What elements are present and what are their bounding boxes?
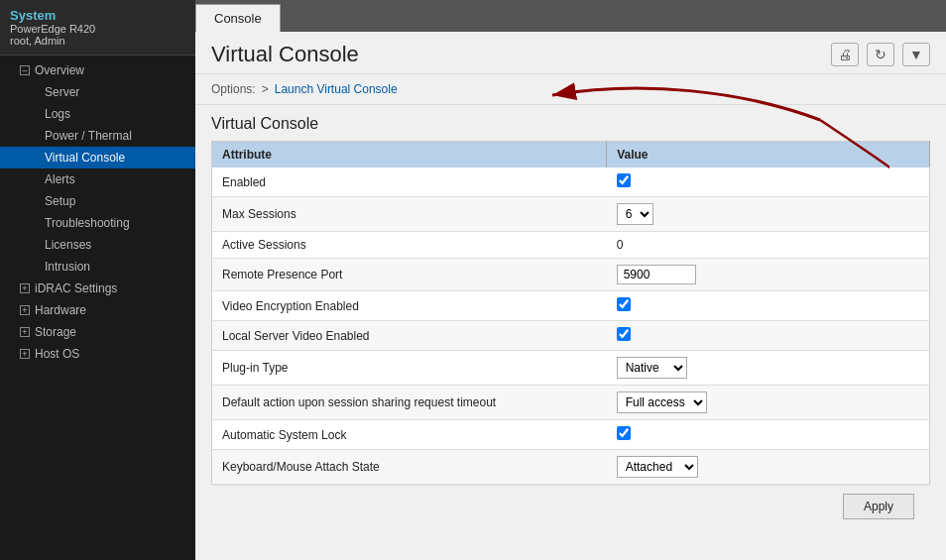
row-value-max-sessions[interactable]: 123456: [607, 197, 930, 232]
vc-table-body: EnabledMax Sessions123456Active Sessions…: [212, 168, 930, 485]
system-model: PowerEdge R420: [10, 23, 185, 35]
sidebar-item-label: Alerts: [45, 172, 75, 186]
launch-virtual-console-link[interactable]: Launch Virtual Console: [275, 82, 398, 96]
system-user: root, Admin: [10, 35, 185, 47]
sidebar-item-label: Licenses: [45, 238, 91, 252]
sidebar-item-overview[interactable]: –Overview: [0, 59, 195, 81]
row-label-remote-presence-port: Remote Presence Port: [212, 259, 607, 291]
row-value-local-server-video[interactable]: [607, 321, 930, 351]
sidebar-item-setup[interactable]: Setup: [0, 190, 195, 212]
sidebar-item-virtual-console[interactable]: Virtual Console: [0, 147, 195, 168]
sidebar-item-label: Server: [45, 85, 79, 99]
sidebar-header: System PowerEdge R420 root, Admin: [0, 0, 195, 56]
checkbox-enabled[interactable]: [617, 173, 631, 187]
row-value-plugin-type[interactable]: NativeJavaActiveX: [607, 351, 930, 386]
page-title-bar: Virtual Console 🖨 ↻ ▼: [195, 32, 946, 74]
row-value-active-sessions: 0: [607, 232, 930, 259]
table-row: Video Encryption Enabled: [212, 291, 930, 321]
main-content: Console Virtual Console 🖨 ↻ ▼ Options: >…: [195, 0, 946, 560]
page-title: Virtual Console: [211, 42, 359, 67]
row-label-default-action: Default action upon session sharing requ…: [212, 386, 607, 420]
content-area: Virtual Console 🖨 ↻ ▼ Options: > Launch …: [195, 32, 946, 560]
table-row: Active Sessions0: [212, 232, 930, 259]
sidebar-item-alerts[interactable]: Alerts: [0, 168, 195, 190]
select-max-sessions[interactable]: 123456: [617, 203, 653, 225]
col-value: Value: [607, 142, 930, 168]
row-value-default-action[interactable]: Full accessRead onlyDeny: [607, 386, 930, 420]
select-plugin-type[interactable]: NativeJavaActiveX: [617, 357, 687, 379]
sidebar-nav: –OverviewServerLogsPower / ThermalVirtua…: [0, 56, 195, 369]
checkbox-video-encryption[interactable]: [617, 297, 631, 311]
expand-icon: +: [20, 283, 30, 293]
row-value-auto-system-lock[interactable]: [607, 420, 930, 450]
options-label: Options:: [211, 82, 256, 96]
row-value-keyboard-mouse-attach[interactable]: AttachedDetached: [607, 450, 930, 485]
row-label-enabled: Enabled: [212, 168, 607, 197]
input-remote-presence-port[interactable]: [617, 265, 696, 284]
expand-icon: +: [20, 305, 30, 315]
section-wrapper: Virtual Console Attribute Value EnabledM…: [195, 105, 946, 537]
system-label: System: [10, 8, 185, 23]
sidebar-item-label: Troubleshooting: [45, 216, 130, 230]
collapse-icon: –: [20, 65, 30, 75]
row-value-enabled[interactable]: [607, 168, 930, 197]
sidebar-item-hardware[interactable]: +Hardware: [0, 299, 195, 321]
sidebar-item-label: Setup: [45, 194, 75, 208]
tab-bar: Console: [195, 0, 946, 32]
row-value-video-encryption[interactable]: [607, 291, 930, 321]
sidebar-item-label: Storage: [35, 325, 76, 339]
expand-icon: +: [20, 349, 30, 359]
sidebar-item-label: Virtual Console: [45, 151, 125, 165]
sidebar: System PowerEdge R420 root, Admin –Overv…: [0, 0, 195, 560]
row-label-max-sessions: Max Sessions: [212, 197, 607, 232]
sidebar-item-logs[interactable]: Logs: [0, 103, 195, 125]
col-attribute: Attribute: [212, 142, 607, 168]
table-row: Keyboard/Mouse Attach StateAttachedDetac…: [212, 450, 930, 485]
more-button[interactable]: ▼: [902, 43, 930, 66]
table-row: Plug-in TypeNativeJavaActiveX: [212, 351, 930, 386]
sidebar-item-licenses[interactable]: Licenses: [0, 234, 195, 256]
checkbox-local-server-video[interactable]: [617, 327, 631, 341]
refresh-button[interactable]: ↻: [867, 43, 894, 66]
section-title: Virtual Console: [211, 115, 930, 133]
sidebar-item-intrusion[interactable]: Intrusion: [0, 256, 195, 278]
table-row: Enabled: [212, 168, 930, 197]
table-header-row: Attribute Value: [212, 142, 930, 168]
table-row: Automatic System Lock: [212, 420, 930, 450]
sidebar-item-storage[interactable]: +Storage: [0, 321, 195, 343]
select-keyboard-mouse-attach[interactable]: AttachedDetached: [617, 456, 698, 478]
sidebar-item-idrac-settings[interactable]: +iDRAC Settings: [0, 278, 195, 299]
table-row: Remote Presence Port: [212, 259, 930, 291]
sidebar-item-host-os[interactable]: +Host OS: [0, 343, 195, 365]
sidebar-item-label: Host OS: [35, 347, 79, 361]
sidebar-item-troubleshooting[interactable]: Troubleshooting: [0, 212, 195, 234]
apply-button[interactable]: Apply: [843, 494, 914, 519]
row-label-local-server-video: Local Server Video Enabled: [212, 321, 607, 351]
options-chevron: >: [262, 82, 269, 96]
sidebar-item-label: Logs: [45, 107, 70, 121]
table-row: Default action upon session sharing requ…: [212, 386, 930, 420]
expand-icon: +: [20, 327, 30, 337]
sidebar-item-label: Intrusion: [45, 260, 90, 274]
checkbox-auto-system-lock[interactable]: [617, 426, 631, 440]
table-row: Max Sessions123456: [212, 197, 930, 232]
options-bar: Options: > Launch Virtual Console: [195, 74, 946, 105]
title-icons: 🖨 ↻ ▼: [831, 43, 930, 66]
sidebar-item-label: iDRAC Settings: [35, 281, 117, 295]
sidebar-item-server[interactable]: Server: [0, 81, 195, 103]
tab-console[interactable]: Console: [195, 4, 281, 32]
row-label-active-sessions: Active Sessions: [212, 232, 607, 259]
sidebar-item-label: Hardware: [35, 303, 86, 317]
sidebar-item-label: Overview: [35, 63, 84, 77]
row-value-remote-presence-port[interactable]: [607, 259, 930, 291]
print-button[interactable]: 🖨: [831, 43, 859, 66]
table-row: Local Server Video Enabled: [212, 321, 930, 351]
apply-row: Apply: [211, 485, 930, 527]
vc-table: Attribute Value EnabledMax Sessions12345…: [211, 141, 930, 485]
row-label-keyboard-mouse-attach: Keyboard/Mouse Attach State: [212, 450, 607, 485]
select-default-action[interactable]: Full accessRead onlyDeny: [617, 392, 707, 413]
sidebar-item-label: Power / Thermal: [45, 129, 132, 143]
sidebar-item-power-thermal[interactable]: Power / Thermal: [0, 125, 195, 147]
row-label-plugin-type: Plug-in Type: [212, 351, 607, 386]
row-label-video-encryption: Video Encryption Enabled: [212, 291, 607, 321]
